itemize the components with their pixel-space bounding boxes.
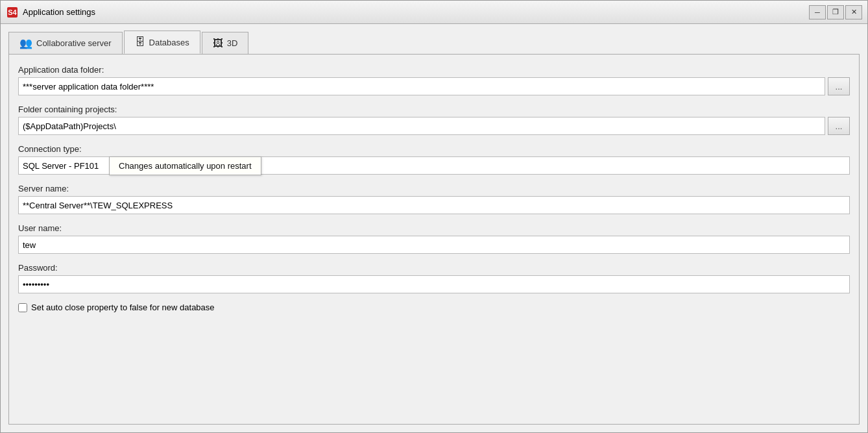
tab-3d-label: 3D — [227, 38, 238, 48]
app-data-folder-group: Application data folder: ... — [18, 65, 850, 95]
app-data-folder-label: Application data folder: — [18, 65, 850, 75]
folder-projects-browse-button[interactable]: ... — [828, 117, 850, 135]
window-controls: ─ ❐ ✕ — [809, 5, 862, 19]
auto-close-checkbox-row: Set auto close property to false for new… — [18, 303, 850, 312]
content-area: 👥 Collaborative server 🗄 Databases 🖼 3D … — [1, 24, 867, 432]
server-name-group: Server name: — [18, 184, 850, 214]
tab-3d[interactable]: 🖼 3D — [202, 32, 249, 54]
close-button[interactable]: ✕ — [845, 5, 862, 19]
auto-close-checkbox[interactable] — [18, 303, 27, 312]
restore-button[interactable]: ❐ — [827, 5, 844, 19]
folder-projects-input[interactable] — [18, 117, 825, 135]
password-label: Password: — [18, 263, 850, 273]
folder-projects-row: ... — [18, 117, 850, 135]
tab-databases-label: Databases — [149, 38, 189, 47]
server-name-label: Server name: — [18, 184, 850, 193]
connection-type-wrapper: Changes automatically upon restart — [18, 156, 850, 175]
password-row — [18, 275, 850, 293]
password-group: Password: — [18, 263, 850, 293]
user-name-input[interactable] — [18, 236, 850, 254]
title-bar: S4 Application settings ─ ❐ ✕ — [1, 1, 867, 24]
server-name-input[interactable] — [18, 196, 850, 214]
password-input[interactable] — [18, 275, 850, 293]
tab-panel-databases: Application data folder: ... Folder cont… — [8, 54, 860, 425]
connection-type-row: Changes automatically upon restart — [18, 156, 850, 175]
connection-type-group: Connection type: Changes automatically u… — [18, 144, 850, 175]
user-name-group: User name: — [18, 223, 850, 254]
collaborative-icon: 👥 — [19, 37, 32, 49]
svg-text:S4: S4 — [8, 8, 17, 16]
folder-projects-label: Folder containing projects: — [18, 105, 850, 114]
user-name-row — [18, 236, 850, 254]
connection-type-input[interactable] — [18, 156, 850, 175]
user-name-label: User name: — [18, 223, 850, 233]
app-data-folder-row: ... — [18, 77, 850, 95]
tab-collaborative-label: Collaborative server — [36, 38, 112, 48]
tab-databases[interactable]: 🗄 Databases — [124, 31, 200, 54]
window-title: Application settings — [23, 7, 809, 17]
app-data-folder-browse-button[interactable]: ... — [828, 77, 850, 95]
auto-close-label: Set auto close property to false for new… — [31, 303, 215, 312]
connection-type-label: Connection type: — [18, 144, 850, 154]
application-window: S4 Application settings ─ ❐ ✕ 👥 Collabor… — [0, 0, 868, 433]
minimize-button[interactable]: ─ — [809, 5, 826, 19]
app-icon: S4 — [6, 6, 19, 19]
tab-bar: 👥 Collaborative server 🗄 Databases 🖼 3D — [8, 31, 860, 54]
server-name-row — [18, 196, 850, 214]
tab-collaborative[interactable]: 👥 Collaborative server — [8, 32, 123, 54]
3d-icon: 🖼 — [213, 38, 223, 49]
databases-icon: 🗄 — [135, 36, 145, 48]
app-data-folder-input[interactable] — [18, 77, 825, 95]
folder-projects-group: Folder containing projects: ... — [18, 105, 850, 135]
